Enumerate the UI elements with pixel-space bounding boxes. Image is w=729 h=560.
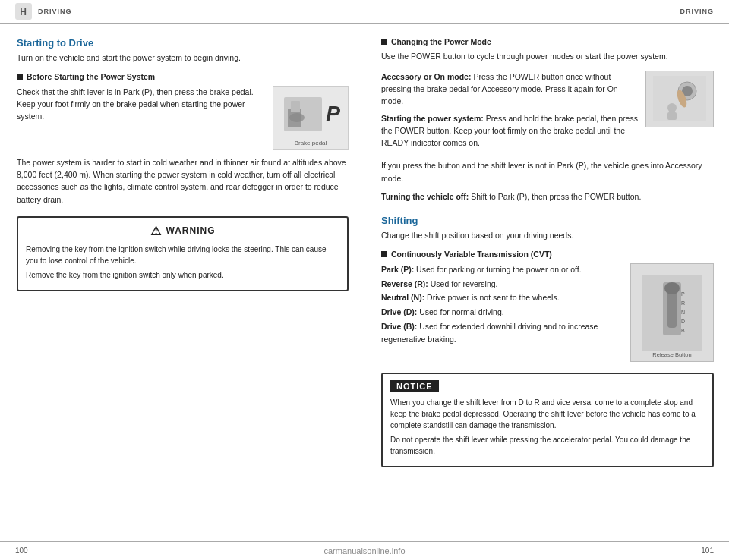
power-mode-title: Changing the Power Mode	[381, 37, 714, 46]
neutral-body: Drive power is not sent to the wheels.	[427, 293, 560, 302]
svg-text:R: R	[681, 300, 685, 306]
subsection1-body1: Check that the shift lever is in Park (P…	[17, 86, 265, 123]
reverse-line: Reverse (R): Used for reversing.	[381, 278, 623, 291]
header-left-label: DRIVING	[38, 8, 72, 15]
turning-off-label: Turning the vehicle off:	[381, 192, 469, 201]
columns-wrapper: Starting to Drive Turn on the vehicle an…	[0, 24, 729, 541]
page-number-right: 101	[701, 546, 714, 555]
warning-title: ⚠ WARNING	[26, 224, 339, 238]
left-section-title: Starting to Drive	[17, 37, 349, 49]
subsection1-body2: The power system is harder to start in c…	[17, 156, 349, 206]
accessory-label: Accessory or On mode:	[381, 72, 471, 81]
svg-point-5	[289, 113, 305, 122]
svg-rect-4	[291, 101, 300, 112]
page-header: H DRIVING DRIVING	[0, 0, 729, 24]
turning-off-body: Shift to Park (P), then press the POWER …	[471, 192, 641, 201]
power-button-svg	[653, 76, 706, 121]
drive-d-line: Drive (D): Used for normal driving.	[381, 306, 623, 319]
brake-pedal-image: P Brake pedal	[273, 86, 349, 150]
power-mode-section: Accessory or On mode: Press the POWER bu…	[381, 71, 714, 154]
svg-point-10	[667, 103, 677, 112]
footer-divider-right	[696, 547, 696, 555]
cvt-title: Continuously Variable Transmission (CVT)	[381, 250, 714, 259]
right-column: Changing the Power Mode Use the POWER bu…	[364, 24, 729, 541]
shifting-title: Shifting	[381, 215, 714, 226]
cvt-section: Park (P): Used for parking or turning th…	[381, 263, 714, 362]
warning-box: ⚠ WARNING Removing the key from the igni…	[17, 216, 349, 291]
brake-pedal-caption: Brake pedal	[273, 140, 348, 146]
page-container: H DRIVING DRIVING Starting to Drive Turn…	[0, 0, 729, 560]
drive-d-label: Drive (D):	[381, 307, 417, 316]
cvt-text-block: Park (P): Used for parking or turning th…	[381, 263, 623, 362]
footer-divider	[33, 547, 33, 555]
header-right-label: DRIVING	[680, 8, 714, 15]
notice-box: NOTICE When you change the shift lever f…	[381, 373, 714, 467]
honda-logo: H	[15, 3, 32, 20]
footer-watermark: carmanualsonline.info	[323, 546, 405, 555]
shift-lever-image: P R N D B Release Button	[630, 263, 714, 362]
neutral-label: Neutral (N):	[381, 293, 424, 302]
neutral-line: Neutral (N): Drive power is not sent to …	[381, 291, 623, 304]
park-note: If you press the button and the shift le…	[381, 159, 714, 184]
warning-triangle-icon: ⚠	[150, 224, 162, 238]
left-column: Starting to Drive Turn on the vehicle an…	[0, 24, 364, 541]
warning-text2: Remove the key from the ignition switch …	[26, 269, 339, 281]
starting-text: Starting the power system: Press and hol…	[381, 112, 638, 149]
subsection1-title: Before Starting the Power System	[17, 72, 349, 81]
release-button-caption: Release Button	[631, 351, 713, 358]
svg-text:N: N	[681, 310, 685, 315]
turning-off-line: Turning the vehicle off: Shift to Park (…	[381, 190, 714, 203]
page-number-left: 100	[15, 546, 28, 555]
park-p-label: Park (P):	[381, 265, 414, 274]
svg-point-15	[664, 282, 680, 294]
power-button-image	[645, 71, 714, 127]
drive-b-line: Drive (B): Used for extended downhill dr…	[381, 320, 623, 346]
shifting-intro: Change the shift position based on your …	[381, 230, 714, 242]
page-footer: 100 carmanualsonline.info 101	[0, 541, 729, 560]
notice-title: NOTICE	[390, 380, 439, 392]
reverse-body: Used for reversing.	[431, 279, 498, 288]
warning-text1: Removing the key from the ignition switc…	[26, 244, 339, 266]
svg-text:P: P	[681, 291, 685, 297]
left-section-intro: Turn on the vehicle and start the power …	[17, 52, 349, 64]
starting-label: Starting the power system:	[381, 114, 484, 123]
watermark-text: carmanualsonline.info	[323, 546, 405, 555]
subsection1-text: Check that the shift lever is in Park (P…	[17, 86, 265, 150]
drive-d-body: Used for normal driving.	[419, 307, 503, 316]
park-p-body: Used for parking or turning the power on…	[416, 265, 582, 274]
svg-text:H: H	[20, 7, 27, 17]
footer-right: 101	[693, 546, 714, 555]
power-mode-text: Accessory or On mode: Press the POWER bu…	[381, 71, 638, 154]
notice-text1: When you change the shift lever from D t…	[390, 397, 705, 431]
accessory-text: Accessory or On mode: Press the POWER bu…	[381, 71, 638, 108]
reverse-label: Reverse (R):	[381, 279, 428, 288]
footer-left: 100	[15, 546, 36, 555]
gear-shift-svg: P R N D B	[642, 275, 702, 351]
svg-text:B: B	[681, 328, 685, 333]
power-mode-intro: Use the POWER button to cycle through po…	[381, 51, 714, 63]
park-p-line: Park (P): Used for parking or turning th…	[381, 263, 623, 276]
svg-text:D: D	[681, 319, 685, 324]
brake-pedal-section: Check that the shift lever is in Park (P…	[17, 86, 349, 150]
notice-text2: Do not operate the shift lever while pre…	[390, 434, 705, 457]
p-label: P	[326, 102, 340, 126]
drive-b-label: Drive (B):	[381, 322, 417, 331]
svg-rect-11	[667, 112, 677, 120]
